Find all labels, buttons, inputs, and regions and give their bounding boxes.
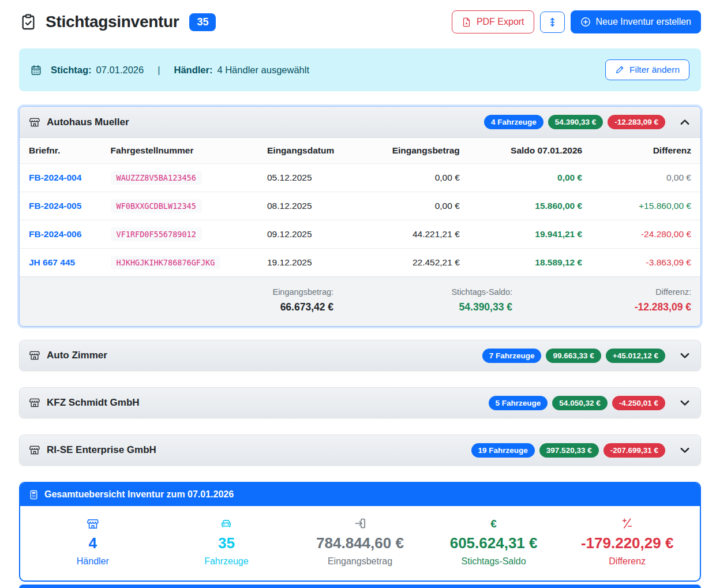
chevron-down-icon[interactable]: [678, 396, 691, 409]
eingangsbetrag-cell: 22.452,21 €: [367, 249, 469, 277]
differenz-cell: 0,00 €: [591, 164, 700, 192]
saldo-cell: 15.860,00 €: [469, 192, 591, 220]
summary-header: Gesamtuebersicht Inventur zum 07.01.2026: [20, 483, 700, 506]
stat-value: 605.624,31 €: [427, 534, 561, 552]
saldo-badge: 397.520,33 €: [539, 443, 599, 458]
chevron-down-icon[interactable]: [678, 444, 691, 456]
eingangsbetrag-cell: 0,00 €: [367, 192, 469, 220]
stat-fahrzeuge: 35 Fahrzeuge: [160, 518, 294, 567]
dealer-header-autohaus-mueller[interactable]: Autohaus Mueller 4 Fahrzeuge 54.390,33 €…: [20, 107, 700, 138]
box-arrow-in-icon: [293, 518, 427, 530]
table-row: FB-2024-006 VF1RFD0F556789012 09.12.2025…: [20, 220, 700, 249]
summary-stats: 4 Händler 35 Fahrzeuge: [20, 506, 700, 580]
vehicles-badge: 19 Fahrzeuge: [471, 443, 535, 458]
eingangsdatum-cell: 19.12.2025: [258, 249, 367, 277]
plus-slash-minus-icon: [560, 518, 694, 530]
differenz-cell: -24.280,00 €: [591, 220, 700, 249]
summary-title: Gesamtuebersicht Inventur zum 07.01.2026: [44, 489, 234, 500]
diff-badge: -4.250,01 €: [612, 396, 665, 410]
stat-label: Differenz: [560, 556, 694, 567]
pdf-export-label: PDF Export: [477, 16, 524, 27]
expand-all-button[interactable]: [540, 12, 565, 33]
briefnr-link[interactable]: FB-2024-004: [29, 173, 81, 182]
column-differenz: Differenz: [591, 138, 700, 164]
summary-card: Gesamtuebersicht Inventur zum 07.01.2026…: [19, 482, 701, 582]
saldo-badge: 99.663,33 €: [546, 349, 601, 363]
arrows-expand-icon: [548, 17, 557, 27]
dealer-header-auto-zimmer[interactable]: Auto Zimmer 7 Fahrzeuge 99.663,33 € +45.…: [20, 340, 700, 370]
saldo-badge: 54.390,33 €: [548, 115, 603, 129]
stat-value: -179.220,29 €: [560, 534, 694, 552]
shop-icon: [29, 350, 40, 361]
stat-label: Stichtags-Saldo: [427, 556, 561, 567]
stat-value: 784.844,60 €: [293, 534, 427, 552]
filter-bar: Stichtag: 07.01.2026 | Händler: 4 Händle…: [19, 48, 701, 91]
stichtag-label: Stichtag:: [51, 65, 92, 76]
eingangsbetrag-cell: 0,00 €: [367, 164, 469, 192]
shop-icon: [29, 397, 40, 409]
totals-saldo-label: Stichtags-Saldo:: [333, 287, 512, 297]
eingangsdatum-cell: 09.12.2025: [258, 220, 367, 249]
chevron-down-icon[interactable]: [678, 349, 691, 362]
change-filter-label: Filter ändern: [629, 65, 680, 76]
briefnr-link[interactable]: FB-2024-005: [29, 201, 81, 211]
vehicles-badge: 5 Fahrzeuge: [489, 396, 548, 410]
pdf-file-icon: [462, 17, 471, 27]
totals-diff-label: Differenz:: [512, 287, 691, 297]
pdf-export-button[interactable]: PDF Export: [452, 10, 534, 33]
differenz-cell: -3.863,09 €: [591, 249, 700, 277]
eingangsdatum-cell: 05.12.2025: [258, 164, 367, 192]
column-eingangsbetrag: Eingangsbetrag: [367, 138, 469, 164]
stat-label: Händler: [26, 556, 160, 567]
column-fahrgestellnr: Fahrgestellnummer: [102, 138, 258, 164]
euro-icon: €: [427, 518, 561, 530]
haendler-value: 4 Händler ausgewählt: [217, 65, 309, 76]
briefnr-link[interactable]: JH 667 445: [29, 257, 75, 267]
column-briefnr: Briefnr.: [20, 138, 102, 164]
shop-icon: [26, 518, 160, 530]
stat-differenz: -179.220,29 € Differenz: [560, 518, 694, 567]
filter-separator: |: [158, 65, 160, 76]
stat-value: 35: [160, 534, 294, 552]
column-saldo: Saldo 07.01.2026: [469, 138, 591, 164]
table-header-row: Briefnr. Fahrgestellnummer Eingangsdatum…: [20, 138, 700, 164]
column-eingangsdatum: Eingangsdatum: [258, 138, 367, 164]
table-row: FB-2024-005 WF0BXXGCDBLW12345 08.12.2025…: [20, 192, 700, 220]
page: Stichtagsinventur 35 PDF Export: [0, 0, 716, 588]
saldo-badge: 54.050,32 €: [552, 396, 607, 410]
dealer-card-kfz-schmidt: KFZ Schmidt GmbH 5 Fahrzeuge 54.050,32 €…: [19, 387, 701, 418]
pencil-icon: [615, 65, 624, 74]
calendar-icon: [31, 65, 42, 76]
dealer-card-auto-zimmer: Auto Zimmer 7 Fahrzeuge 99.663,33 € +45.…: [19, 340, 701, 371]
dealer-header-kfz-schmidt[interactable]: KFZ Schmidt GmbH 5 Fahrzeuge 54.050,32 €…: [20, 388, 700, 418]
totals-saldo-value: 54.390,33 €: [333, 301, 512, 313]
haendler-label: Händler:: [174, 65, 212, 76]
diff-badge: -12.283,09 €: [608, 115, 665, 129]
page-header: Stichtagsinventur 35 PDF Export: [19, 7, 701, 37]
vin-chip: WAUZZZ8V5BA123456: [111, 171, 202, 185]
diff-badge: +45.012,12 €: [606, 349, 665, 363]
vin-chip: WF0BXXGCDBLW12345: [111, 199, 202, 213]
dealer-name: KFZ Schmidt GmbH: [47, 397, 140, 409]
count-badge: 35: [189, 13, 216, 31]
clipboard-check-icon: [19, 13, 38, 31]
briefnr-link[interactable]: FB-2024-006: [29, 229, 81, 239]
dealer-card-autohaus-mueller: Autohaus Mueller 4 Fahrzeuge 54.390,33 €…: [19, 106, 701, 327]
chevron-up-icon[interactable]: [678, 116, 691, 129]
stat-label: Fahrzeuge: [160, 556, 294, 567]
vehicle-table: Briefnr. Fahrgestellnummer Eingangsdatum…: [20, 138, 700, 276]
dealer-name: Autohaus Mueller: [47, 117, 129, 128]
saldo-cell: 18.589,12 €: [469, 249, 591, 277]
stat-eingangsbetrag: 784.844,60 € Eingangsbetrag: [293, 518, 427, 567]
dealer-header-rise-enterprise[interactable]: RI-SE Enterprise GmbH 19 Fahrzeuge 397.5…: [20, 435, 700, 465]
stat-label: Eingangsbetrag: [293, 556, 427, 567]
saldo-cell: 0,00 €: [469, 164, 591, 192]
differenz-cell: +15.860,00 €: [591, 192, 700, 220]
stichtag-value: 07.01.2026: [96, 65, 144, 76]
change-filter-button[interactable]: Filter ändern: [605, 59, 689, 81]
page-title: Stichtagsinventur: [46, 13, 179, 31]
totals-amount-value: 66.673,42 €: [29, 301, 333, 313]
new-inventory-button[interactable]: Neue Inventur erstellen: [571, 10, 701, 33]
totals-amount-label: Eingangsbetrag:: [29, 287, 333, 297]
vehicles-badge: 4 Fahrzeuge: [484, 115, 543, 129]
